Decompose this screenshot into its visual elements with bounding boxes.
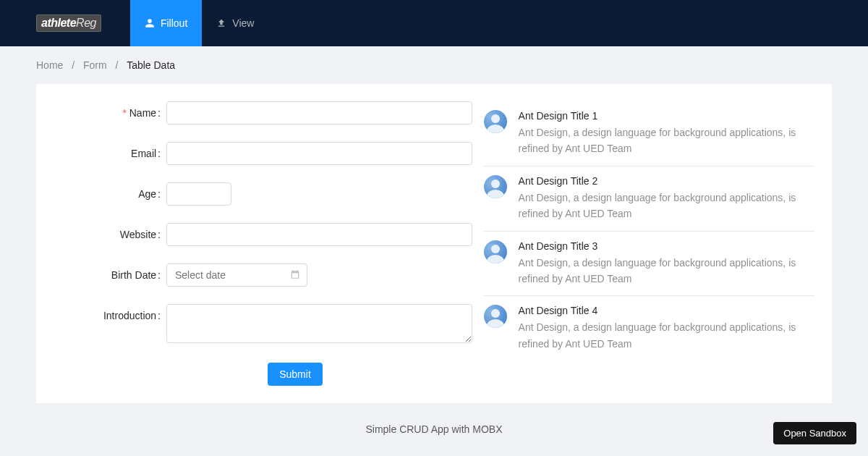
nav-label: View — [232, 17, 254, 29]
list-title: Ant Design Title 4 — [519, 305, 814, 316]
calendar-icon — [290, 269, 300, 279]
email-label: Email — [51, 142, 166, 165]
website-label: Website — [51, 223, 166, 246]
name-input[interactable] — [166, 101, 472, 124]
list-title: Ant Design Title 3 — [519, 240, 814, 252]
list-desc: Ant Design, a design language for backgr… — [519, 255, 814, 287]
birth-label: Birth Date — [51, 263, 166, 287]
logo-text: athleteReg — [36, 14, 101, 32]
birth-date-input[interactable] — [166, 263, 307, 287]
list-item: Ant Design Title 1 Ant Design, a design … — [484, 101, 814, 166]
age-input[interactable] — [166, 182, 231, 206]
breadcrumb: Home / Form / Table Data — [0, 46, 868, 84]
upload-icon — [216, 18, 226, 28]
submit-button[interactable]: Submit — [268, 363, 323, 386]
name-label: Name — [51, 101, 166, 124]
birth-date-picker[interactable] — [166, 263, 307, 287]
header: athleteReg Fillout View — [0, 0, 868, 46]
age-label: Age — [51, 182, 166, 206]
avatar — [484, 175, 507, 198]
breadcrumb-sep: / — [116, 59, 119, 71]
list-title: Ant Design Title 2 — [519, 175, 814, 187]
breadcrumb-current: Table Data — [127, 59, 175, 71]
list-desc: Ant Design, a design language for backgr… — [519, 124, 814, 157]
list-desc: Ant Design, a design language for backgr… — [519, 319, 814, 352]
list-desc: Ant Design, a design language for backgr… — [519, 190, 814, 222]
list-title: Ant Design Title 1 — [519, 110, 814, 122]
intro-label: Introduction — [51, 304, 166, 327]
avatar — [484, 240, 507, 263]
footer-text: Simple CRUD App with MOBX — [0, 403, 868, 435]
nav: Fillout View — [130, 0, 268, 46]
nav-item-fillout[interactable]: Fillout — [130, 0, 202, 46]
breadcrumb-home[interactable]: Home — [36, 59, 63, 71]
website-input[interactable] — [166, 223, 472, 246]
list-item: Ant Design Title 4 Ant Design, a design … — [484, 296, 814, 360]
avatar — [484, 305, 507, 328]
list-item: Ant Design Title 2 Ant Design, a design … — [484, 166, 814, 232]
content-card: Name Email Age Website Birth Date Intr — [36, 84, 832, 403]
nav-item-view[interactable]: View — [202, 0, 268, 46]
email-input[interactable] — [166, 142, 472, 165]
list: Ant Design Title 1 Ant Design, a design … — [472, 101, 814, 386]
open-sandbox-button[interactable]: Open Sandbox — [773, 422, 856, 444]
logo[interactable]: athleteReg — [36, 14, 101, 32]
list-item: Ant Design Title 3 Ant Design, a design … — [484, 232, 814, 297]
intro-textarea[interactable] — [166, 304, 472, 343]
avatar — [484, 110, 507, 133]
breadcrumb-form[interactable]: Form — [83, 59, 107, 71]
breadcrumb-sep: / — [72, 59, 75, 71]
nav-label: Fillout — [161, 17, 187, 29]
user-icon — [145, 18, 155, 28]
form: Name Email Age Website Birth Date Intr — [36, 101, 472, 386]
